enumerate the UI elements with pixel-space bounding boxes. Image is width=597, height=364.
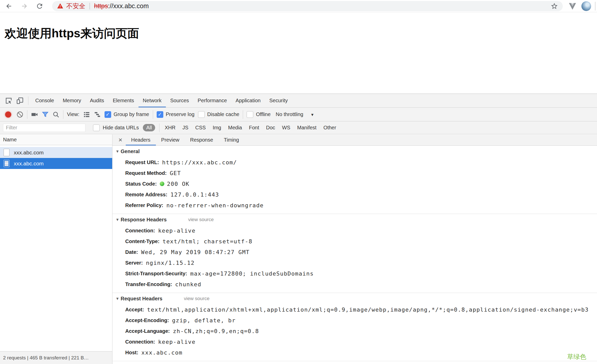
tab-security[interactable]: Security (265, 94, 292, 107)
disclosure-triangle-icon[interactable] (116, 217, 119, 222)
tab-network[interactable]: Network (139, 94, 166, 107)
header-field: Connection: keep-alive (112, 336, 597, 347)
request-row[interactable]: xxx.abc.com (0, 147, 112, 158)
view-source-link[interactable]: view source (184, 296, 209, 301)
field-label: Date: (125, 249, 138, 255)
view-source-link[interactable]: view source (188, 217, 214, 222)
group-by-frame-checkbox[interactable] (105, 111, 111, 118)
tab-preview[interactable]: Preview (156, 134, 185, 145)
field-value: GET (170, 170, 181, 176)
filter-type-all[interactable]: All (143, 124, 155, 131)
forward-icon[interactable] (20, 2, 29, 10)
preserve-log-checkbox[interactable] (157, 111, 163, 118)
preserve-log-label[interactable]: Preserve log (166, 111, 194, 117)
tab-response[interactable]: Response (185, 134, 219, 145)
chevron-down-icon[interactable] (311, 111, 314, 117)
filter-type-js[interactable]: JS (182, 125, 188, 131)
filter-type-img[interactable]: Img (213, 125, 221, 131)
screenshot-camera-icon[interactable] (31, 111, 38, 118)
view-label: View: (67, 111, 79, 117)
field-value: keep-alive (158, 339, 196, 345)
throttling-select[interactable]: No throttling (276, 111, 303, 117)
clear-icon[interactable] (16, 111, 24, 118)
tab-elements[interactable]: Elements (108, 94, 138, 107)
browser-window: 不安全 https ://xxx.abc.com 欢迎使用https来访问页面 (0, 0, 597, 364)
hide-data-urls-checkbox[interactable] (93, 124, 100, 131)
request-detail-panel: × Headers Preview Response Timing Genera… (112, 134, 597, 364)
profile-avatar-icon[interactable] (581, 1, 591, 11)
hide-data-urls-label[interactable]: Hide data URLs (103, 125, 139, 131)
filter-type-list: XHR JS CSS Img Media Font Doc WS Manifes… (165, 125, 336, 131)
section-title[interactable]: General (121, 149, 140, 154)
tab-headers[interactable]: Headers (126, 134, 156, 145)
divider (243, 110, 243, 119)
filter-type-ws[interactable]: WS (282, 125, 290, 131)
tab-sources[interactable]: Sources (166, 94, 193, 107)
divider (153, 110, 153, 119)
network-filter-bar: Hide data URLs All XHR JS CSS Img Media … (0, 121, 597, 134)
filter-type-media[interactable]: Media (228, 125, 242, 131)
request-row-selected[interactable]: xxx.abc.com (0, 158, 112, 169)
divider (28, 96, 28, 105)
filter-type-other[interactable]: Other (323, 125, 336, 131)
header-field: Remote Address: 127.0.0.1:443 (112, 189, 597, 200)
filter-type-font[interactable]: Font (249, 125, 259, 131)
column-header-name[interactable]: Name (0, 134, 112, 145)
header-field: Accept: text/html,application/xhtml+xml,… (112, 304, 597, 315)
inspect-element-icon[interactable] (3, 95, 14, 106)
filter-type-xhr[interactable]: XHR (165, 125, 175, 131)
vue-extension-icon[interactable] (567, 1, 578, 11)
tab-timing[interactable]: Timing (219, 134, 244, 145)
document-icon (4, 160, 9, 167)
header-field: Host: xxx.abc.com (112, 347, 597, 358)
record-icon[interactable] (5, 111, 11, 118)
close-icon[interactable]: × (115, 134, 126, 146)
reload-icon[interactable] (35, 2, 44, 10)
field-label: Request URL: (125, 160, 159, 165)
tab-console[interactable]: Console (31, 94, 58, 107)
field-value: gzip, deflate, br (172, 317, 236, 324)
list-view-icon[interactable] (83, 111, 90, 118)
disclosure-triangle-icon[interactable] (116, 149, 119, 154)
section-response-headers: Response Headers view source Connection:… (112, 214, 597, 293)
field-label: Remote Address: (125, 192, 167, 198)
filter-input[interactable] (3, 124, 85, 132)
security-warning-icon[interactable] (57, 3, 64, 9)
disable-cache-label[interactable]: Disable cache (207, 111, 239, 117)
back-icon[interactable] (5, 2, 13, 10)
filter-type-manifest[interactable]: Manifest (297, 125, 317, 131)
disable-cache-checkbox[interactable] (198, 111, 205, 118)
header-field: Content-Type: text/html; charset=utf-8 (112, 236, 597, 247)
disclosure-triangle-icon[interactable] (116, 296, 119, 301)
field-value: Wed, 29 May 2019 08:47:27 GMT (141, 249, 250, 255)
device-toolbar-icon[interactable] (14, 95, 26, 106)
filter-type-doc[interactable]: Doc (266, 125, 275, 131)
tab-performance[interactable]: Performance (193, 94, 231, 107)
tab-memory[interactable]: Memory (58, 94, 85, 107)
section-title[interactable]: Request Headers (121, 296, 162, 302)
waterfall-view-icon[interactable] (94, 111, 101, 118)
address-bar[interactable]: 不安全 https ://xxx.abc.com (52, 1, 563, 11)
divider (27, 110, 27, 119)
field-value: nginx/1.15.12 (146, 260, 194, 266)
document-icon (4, 149, 9, 156)
offline-label[interactable]: Offline (256, 111, 270, 117)
header-field: Strict-Transport-Security: max-age=17280… (112, 268, 597, 279)
section-title[interactable]: Response Headers (121, 217, 167, 223)
bookmark-star-icon[interactable] (550, 2, 558, 10)
field-value: text/html,application/xhtml+xml,applicat… (147, 306, 589, 313)
offline-checkbox[interactable] (247, 111, 253, 118)
devtools-panel: Console Memory Audits Elements Network S… (0, 94, 597, 364)
field-value: zh-CN,zh;q=0.9,en;q=0.8 (173, 328, 259, 334)
group-by-frame-label[interactable]: Group by frame (114, 111, 149, 117)
field-value: keep-alive (158, 228, 196, 234)
tab-application[interactable]: Application (231, 94, 265, 107)
filter-type-css[interactable]: CSS (195, 125, 206, 131)
search-icon[interactable] (52, 111, 60, 118)
header-field: Request Method: GET (112, 168, 597, 178)
security-warning-label[interactable]: 不安全 (66, 2, 85, 10)
filter-funnel-icon[interactable] (42, 111, 49, 118)
field-value: 200 OK (167, 181, 189, 187)
section-request-headers: Request Headers view source Accept: text… (112, 293, 597, 361)
tab-audits[interactable]: Audits (86, 94, 109, 107)
